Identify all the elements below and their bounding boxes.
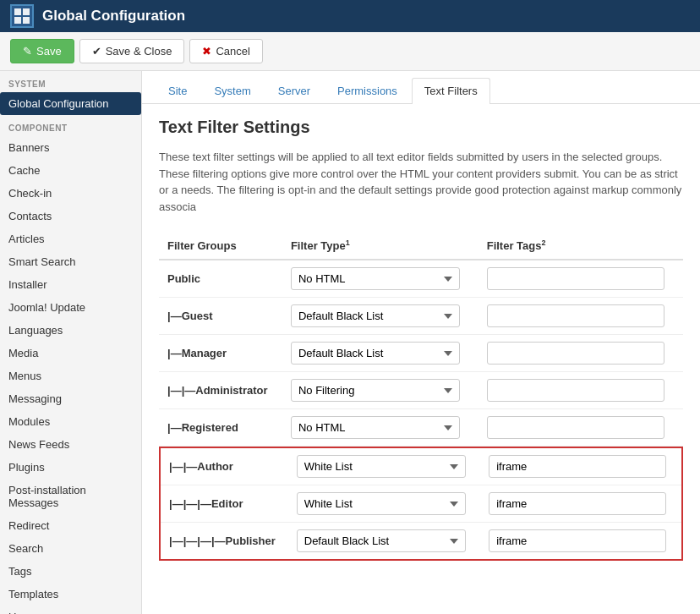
save-button[interactable]: ✎ Save — [10, 39, 74, 63]
sidebar-item-global-config[interactable]: Global Configuration — [0, 92, 141, 115]
checkmark-icon: ✔ — [92, 45, 101, 58]
filter-type-select[interactable]: No HTML Default Black List White List No… — [291, 304, 460, 327]
filter-tags-input[interactable] — [487, 379, 664, 402]
group-name: |—|—|—|—Publisher — [169, 535, 276, 547]
sidebar-item-banners[interactable]: Banners — [0, 136, 141, 159]
table-row: Public No HTML Default Black List White … — [159, 260, 683, 298]
col-tags: Filter Tags2 — [479, 232, 683, 260]
save-icon: ✎ — [23, 45, 32, 58]
table-row: |—Guest No HTML Default Black List White… — [159, 298, 683, 335]
filter-table: Filter Groups Filter Type1 Filter Tags2 … — [159, 232, 683, 447]
tab-permissions[interactable]: Permissions — [325, 78, 410, 103]
tab-system[interactable]: System — [201, 78, 263, 103]
filter-tags-input[interactable] — [487, 304, 664, 327]
group-name: |—|—Author — [169, 460, 233, 473]
filter-type-select[interactable]: No HTML Default Black List White List No… — [297, 492, 466, 515]
filter-tags-input[interactable] — [489, 529, 666, 552]
app-header: Global Configuration — [0, 0, 700, 32]
main-layout: SYSTEM Global Configuration COMPONENT Ba… — [0, 71, 700, 614]
sidebar-item-templates[interactable]: Templates — [0, 583, 141, 606]
table-row: |—|—|—|—Publisher No HTML Default Black … — [160, 523, 682, 561]
table-row: |—Registered No HTML Default Black List … — [159, 409, 683, 447]
table-row: |—|—|—Editor No HTML Default Black List … — [160, 485, 682, 523]
filter-type-select[interactable]: No HTML Default Black List White List No… — [297, 455, 466, 478]
component-section-label: COMPONENT — [0, 115, 141, 136]
sidebar: SYSTEM Global Configuration COMPONENT Ba… — [0, 71, 142, 614]
table-row: |—Manager No HTML Default Black List Whi… — [159, 335, 683, 372]
tab-text-filters[interactable]: Text Filters — [412, 78, 490, 104]
sidebar-item-users[interactable]: Users — [0, 606, 141, 614]
app-icon — [10, 4, 34, 28]
filter-tags-input[interactable] — [487, 267, 664, 290]
table-row: |—|—Administrator No HTML Default Black … — [159, 372, 683, 409]
filter-tags-input[interactable] — [487, 342, 664, 365]
save-label: Save — [36, 45, 62, 58]
tab-server[interactable]: Server — [265, 78, 323, 103]
svg-rect-3 — [23, 17, 30, 24]
svg-rect-2 — [14, 17, 21, 24]
content-area: Site System Server Permissions Text Filt… — [142, 71, 700, 614]
page-title: Text Filter Settings — [159, 118, 683, 137]
sidebar-item-media[interactable]: Media — [0, 342, 141, 365]
sidebar-item-menus[interactable]: Menus — [0, 365, 141, 387]
group-name: |—|—Administrator — [167, 384, 268, 397]
sidebar-item-tags[interactable]: Tags — [0, 560, 141, 583]
sidebar-item-redirect[interactable]: Redirect — [0, 514, 141, 537]
filter-tags-input[interactable] — [489, 455, 666, 478]
filter-type-select[interactable]: No HTML Default Black List White List No… — [291, 379, 460, 402]
group-name: Public — [167, 272, 200, 285]
sidebar-item-search[interactable]: Search — [0, 537, 141, 560]
sidebar-item-cache[interactable]: Cache — [0, 159, 141, 182]
table-row: |—|—Author No HTML Default Black List Wh… — [160, 447, 682, 485]
cancel-button[interactable]: ✖ Cancel — [189, 39, 262, 63]
filter-type-select[interactable]: No HTML Default Black List White List No… — [291, 416, 460, 439]
sidebar-item-check-in[interactable]: Check-in — [0, 182, 141, 205]
sidebar-item-news-feeds[interactable]: News Feeds — [0, 433, 141, 456]
svg-rect-1 — [23, 8, 30, 15]
page-description: These text filter settings will be appli… — [159, 149, 683, 215]
sidebar-item-messaging[interactable]: Messaging — [0, 387, 141, 410]
system-section-label: SYSTEM — [0, 71, 141, 92]
tab-site[interactable]: Site — [156, 78, 200, 103]
filter-tags-input[interactable] — [487, 416, 664, 439]
toolbar: ✎ Save ✔ Save & Close ✖ Cancel — [0, 32, 700, 71]
filter-type-select[interactable]: No HTML Default Black List White List No… — [291, 267, 460, 290]
sidebar-item-languages[interactable]: Languages — [0, 319, 141, 342]
sidebar-item-smart-search[interactable]: Smart Search — [0, 250, 141, 273]
page-title-header: Global Configuration — [42, 8, 185, 25]
highlighted-filter-table: |—|—Author No HTML Default Black List Wh… — [159, 447, 683, 561]
sidebar-item-post-installation[interactable]: Post-installation Messages — [0, 479, 141, 514]
save-close-button[interactable]: ✔ Save & Close — [79, 39, 185, 63]
filter-type-select[interactable]: No HTML Default Black List White List No… — [291, 342, 460, 365]
filter-tags-input[interactable] — [489, 492, 666, 515]
sidebar-item-installer[interactable]: Installer — [0, 273, 141, 296]
sidebar-item-plugins[interactable]: Plugins — [0, 456, 141, 479]
group-name: |—Manager — [167, 347, 227, 359]
page-content: Text Filter Settings These text filter s… — [142, 104, 700, 574]
x-icon: ✖ — [202, 45, 211, 58]
group-name: |—Guest — [167, 310, 212, 322]
group-name: |—Registered — [167, 421, 238, 434]
sidebar-item-joomla-update[interactable]: Joomla! Update — [0, 296, 141, 319]
svg-rect-0 — [14, 8, 21, 15]
sidebar-item-modules[interactable]: Modules — [0, 410, 141, 433]
col-groups: Filter Groups — [159, 232, 282, 260]
sidebar-item-articles[interactable]: Articles — [0, 228, 141, 250]
col-type: Filter Type1 — [282, 232, 479, 260]
tab-bar: Site System Server Permissions Text Filt… — [142, 71, 700, 104]
filter-type-select[interactable]: No HTML Default Black List White List No… — [297, 529, 466, 552]
group-name: |—|—|—Editor — [169, 497, 243, 510]
sidebar-item-contacts[interactable]: Contacts — [0, 205, 141, 228]
cancel-label: Cancel — [216, 45, 249, 58]
save-close-label: Save & Close — [106, 45, 172, 58]
